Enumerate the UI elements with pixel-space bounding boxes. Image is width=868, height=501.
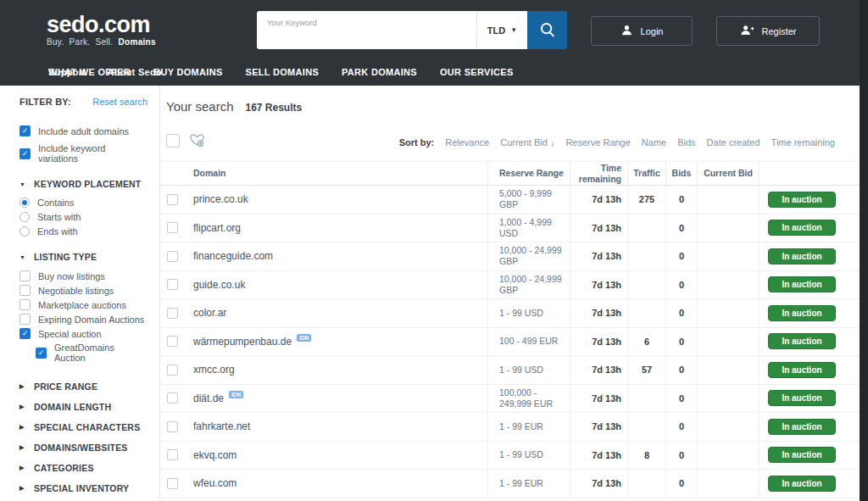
domain-name[interactable]: wärmepumpenbau.de (193, 336, 292, 348)
nav-item[interactable]: About Sedo (107, 67, 162, 77)
collapsed-section-header[interactable]: ▶DOMAINS/WEBSITES (19, 443, 147, 453)
in-auction-button[interactable]: In auction (768, 220, 836, 236)
keyword-placement-header[interactable]: ▼ KEYWORD PLACEMENT (19, 179, 147, 189)
row-checkbox[interactable] (167, 222, 178, 233)
checkbox[interactable]: ✓ (36, 348, 47, 359)
sort-option[interactable]: Relevance (445, 137, 489, 148)
domain-cell: color.ar (160, 299, 487, 327)
radio-button[interactable] (19, 198, 30, 208)
checkbox[interactable] (19, 299, 31, 310)
column-header-current-bid[interactable]: Current Bid (697, 162, 759, 185)
row-checkbox[interactable] (167, 279, 178, 290)
row-checkbox[interactable] (167, 251, 178, 262)
domain-name[interactable]: guide.co.uk (193, 279, 245, 291)
add-to-watchlist-icon[interactable] (188, 131, 206, 152)
column-header-time[interactable]: Time remaining (570, 162, 627, 185)
domain-name[interactable]: ekvq.com (193, 449, 236, 461)
nav-item[interactable]: Support (48, 67, 86, 77)
sort-option[interactable]: Bids (677, 137, 695, 148)
in-auction-button[interactable]: In auction (768, 447, 836, 463)
register-button[interactable]: Register (716, 16, 820, 46)
collapsed-section-header[interactable]: ▶DOMAIN LENGTH (19, 402, 147, 412)
reserve-range-cell: 100,000 - 249,999 EUR (487, 385, 570, 413)
column-header-traffic[interactable]: Traffic (627, 162, 665, 185)
checkbox[interactable] (19, 314, 31, 325)
row-checkbox[interactable] (167, 449, 178, 460)
radio-button[interactable] (19, 226, 30, 237)
collapsed-section-header[interactable]: ▶PRICE RANGE (19, 381, 147, 392)
sort-option[interactable]: Name (642, 137, 666, 148)
traffic-cell: 8 (627, 442, 665, 470)
sort-option[interactable]: Time remaining (771, 137, 835, 148)
domain-name[interactable]: flipcart.org (193, 222, 241, 234)
collapsed-section-header[interactable]: ▶SPECIAL CHARACTERS (19, 422, 147, 432)
column-header-bids[interactable]: Bids (665, 162, 697, 185)
domain-name[interactable]: xmcc.org (193, 364, 235, 376)
checkbox[interactable]: ✓ (19, 148, 31, 159)
logo-tagline-domains: Domains (119, 37, 156, 47)
bids-cell: 0 (665, 328, 697, 356)
in-auction-button[interactable]: In auction (768, 362, 836, 378)
collapsed-section-header[interactable]: ▶CATEGORIES (19, 463, 147, 473)
checkbox[interactable] (19, 270, 31, 281)
filter-checkbox-row[interactable]: ✓Include keyword variations (19, 143, 147, 164)
sort-option[interactable]: Reserve Range (565, 137, 630, 148)
tld-dropdown[interactable]: TLD ▼ (476, 11, 527, 49)
checkbox-label: Include adult domains (38, 126, 129, 136)
row-checkbox[interactable] (167, 194, 178, 205)
sort-option[interactable]: Current Bid ↓ (500, 137, 554, 148)
in-auction-button[interactable]: In auction (768, 333, 836, 349)
in-auction-button[interactable]: In auction (768, 390, 836, 406)
column-header-reserve[interactable]: Reserve Range (487, 162, 570, 185)
radio-button[interactable] (19, 212, 30, 222)
filter-checkbox-row[interactable]: Marketplace auctions (19, 299, 147, 310)
keyword-placement-section: ▼ KEYWORD PLACEMENT ContainsStarts withE… (19, 179, 147, 237)
filter-checkbox-row[interactable]: ✓Include adult domains (19, 125, 147, 136)
checkbox[interactable]: ✓ (19, 125, 31, 136)
in-auction-button[interactable]: In auction (768, 305, 836, 321)
select-all-checkbox[interactable] (166, 134, 180, 148)
domain-name[interactable]: prince.co.uk (193, 193, 248, 205)
filter-sidebar: FILTER BY: Reset search ✓Include adult d… (0, 86, 160, 501)
reset-search-link[interactable]: Reset search (92, 97, 147, 107)
radio-option-row[interactable]: Contains (19, 198, 147, 208)
checkbox[interactable] (19, 285, 31, 296)
filter-checkbox-row[interactable]: ✓Special auction (19, 328, 147, 339)
collapsed-section-header[interactable]: ▶SPECIAL INVENTORY (19, 483, 147, 493)
domain-name[interactable]: fahrkarte.net (193, 420, 250, 432)
listing-type-header[interactable]: ▼ LISTING TYPE (19, 252, 147, 262)
row-checkbox[interactable] (167, 365, 178, 376)
domain-name[interactable]: diät.de (193, 392, 224, 404)
row-checkbox[interactable] (167, 478, 178, 489)
filter-checkbox-row[interactable]: ✓GreatDomains Auction (36, 342, 147, 363)
keyword-search-input[interactable] (257, 11, 476, 49)
sedo-logo[interactable]: sedo.com Buy. Park. Sell. Domains (47, 13, 156, 47)
checkbox[interactable]: ✓ (19, 328, 31, 339)
sort-bar: Sort by: RelevanceCurrent Bid ↓Reserve R… (399, 137, 835, 148)
radio-option-row[interactable]: Starts with (19, 212, 147, 222)
row-checkbox[interactable] (167, 308, 178, 319)
action-cell: In auction (759, 442, 860, 470)
login-button[interactable]: Login (591, 16, 693, 46)
column-header-domain[interactable]: Domain (160, 162, 487, 185)
domain-name[interactable]: color.ar (193, 307, 226, 319)
row-checkbox[interactable] (167, 421, 178, 432)
search-button[interactable] (527, 11, 567, 49)
filter-checkbox-row[interactable]: Buy now listings (19, 270, 147, 281)
filter-checkbox-row[interactable]: Negotiable listings (19, 285, 147, 296)
traffic-cell (627, 214, 665, 242)
time-remaining-cell: 7d 13h (570, 186, 627, 214)
sort-option[interactable]: Date created (707, 137, 760, 148)
in-auction-button[interactable]: In auction (768, 419, 836, 435)
radio-option-row[interactable]: Ends with (19, 226, 147, 237)
in-auction-button[interactable]: In auction (768, 276, 836, 292)
in-auction-button[interactable]: In auction (768, 476, 836, 492)
in-auction-button[interactable]: In auction (768, 248, 836, 264)
in-auction-button[interactable]: In auction (768, 192, 836, 208)
domain-name[interactable]: wfeu.com (193, 477, 236, 489)
row-checkbox[interactable] (167, 392, 178, 404)
row-checkbox[interactable] (167, 336, 178, 347)
logo-title: sedo.com (47, 13, 156, 36)
domain-name[interactable]: financeguide.com (193, 250, 273, 262)
filter-checkbox-row[interactable]: Expiring Domain Auctions (19, 314, 147, 325)
